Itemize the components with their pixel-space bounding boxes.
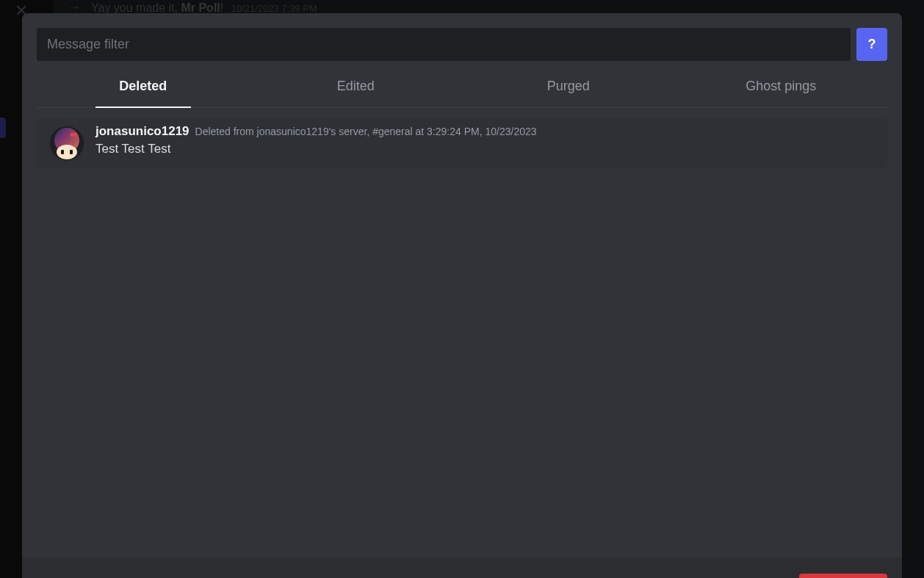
svg-point-3 bbox=[57, 145, 77, 159]
svg-rect-2 bbox=[71, 133, 77, 137]
tab-edited[interactable]: Edited bbox=[250, 68, 463, 107]
svg-rect-5 bbox=[70, 150, 73, 154]
danger-button[interactable] bbox=[799, 574, 887, 578]
tab-purged[interactable]: Purged bbox=[462, 68, 675, 107]
message-item[interactable]: jonasunico1219 Deleted from jonasunico12… bbox=[37, 118, 887, 167]
avatar bbox=[50, 126, 84, 160]
message-username: jonasunico1219 bbox=[95, 124, 190, 139]
message-filter-input[interactable] bbox=[37, 28, 851, 61]
tab-deleted[interactable]: Deleted bbox=[37, 68, 250, 107]
message-meta: Deleted from jonasunico1219's server, #g… bbox=[195, 126, 537, 137]
message-content: Test Test Test bbox=[95, 140, 874, 158]
svg-rect-4 bbox=[61, 150, 64, 154]
help-button[interactable]: ? bbox=[856, 28, 887, 61]
message-list: jonasunico1219 Deleted from jonasunico12… bbox=[37, 118, 887, 557]
message-logger-modal: ? Deleted Edited Purged Ghost pings bbox=[22, 13, 902, 578]
modal-footer bbox=[22, 557, 902, 578]
tab-ghost-pings[interactable]: Ghost pings bbox=[675, 68, 888, 107]
tab-bar: Deleted Edited Purged Ghost pings bbox=[37, 68, 887, 108]
